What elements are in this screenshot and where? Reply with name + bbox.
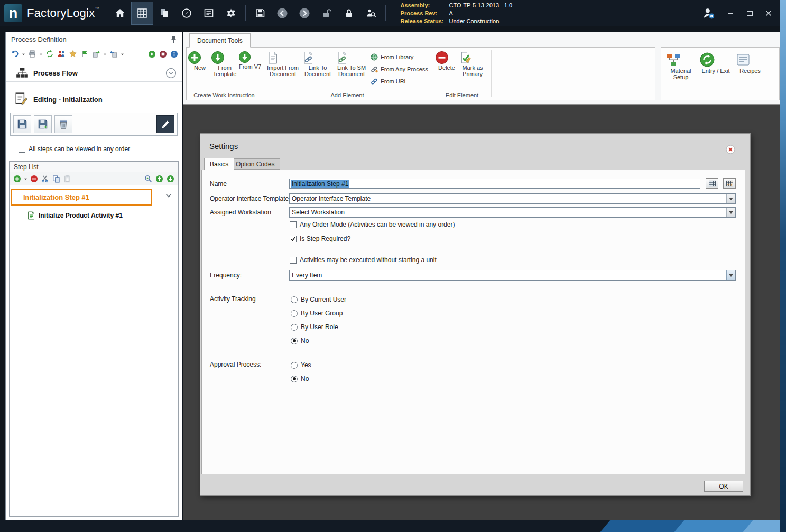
- reports-button[interactable]: [198, 2, 220, 25]
- tracking-by-user-role-radio[interactable]: By User Role: [291, 323, 338, 331]
- recipes-button[interactable]: Recipes: [735, 52, 765, 74]
- documents-icon: [159, 7, 170, 19]
- audit-search-button[interactable]: [360, 2, 382, 25]
- chevron-down-circle-icon: [165, 68, 177, 79]
- back-button[interactable]: [271, 2, 293, 25]
- step-item-initialization[interactable]: Initialization Step #1: [11, 189, 152, 206]
- new-work-instruction-button[interactable]: New: [188, 51, 212, 71]
- from-template-button[interactable]: From Template: [211, 51, 238, 77]
- lock-button[interactable]: [338, 2, 360, 25]
- tab-basics[interactable]: Basics: [204, 158, 234, 170]
- unlock-button[interactable]: [316, 2, 338, 25]
- collapse-all-button[interactable]: [166, 174, 175, 183]
- radio-label: By Current User: [301, 296, 346, 303]
- remove-step-button[interactable]: [30, 174, 39, 183]
- import-button[interactable]: [109, 49, 118, 59]
- assembly-info: Assembly: CTO-TP-5-13-2013 - 1.0 Process…: [401, 2, 513, 25]
- translate-grid-icon: [726, 180, 734, 187]
- add-step-button[interactable]: [13, 174, 22, 183]
- flag-button[interactable]: [80, 49, 89, 59]
- link-to-document-button[interactable]: Link To Document: [301, 51, 334, 77]
- frequency-select[interactable]: Every Item: [289, 270, 736, 281]
- maximize-button[interactable]: [744, 7, 755, 19]
- assigned-workstation-label: Assigned Workstation: [210, 209, 271, 216]
- from-any-process-button[interactable]: From Any Process: [371, 64, 433, 74]
- select-value: Operator Interface Template: [292, 195, 371, 202]
- copy-step-button[interactable]: [52, 174, 61, 183]
- tab-document-tools[interactable]: Document Tools: [189, 33, 251, 48]
- from-v7-button[interactable]: From V7: [238, 51, 262, 70]
- minimize-button[interactable]: [725, 7, 736, 19]
- button-label: From Any Process: [381, 66, 428, 72]
- radio-icon: [291, 376, 298, 382]
- is-step-required-checkbox[interactable]: Is Step Required?: [290, 235, 350, 242]
- tracking-by-user-group-radio[interactable]: By User Group: [291, 310, 343, 317]
- material-setup-button[interactable]: Material Setup: [665, 52, 696, 80]
- start-button[interactable]: [147, 50, 156, 59]
- save-step-button[interactable]: [13, 115, 31, 133]
- activities-without-unit-checkbox[interactable]: Activities may be executed without start…: [290, 256, 437, 264]
- from-url-button[interactable]: From URL: [371, 76, 433, 87]
- save-as-template-button[interactable]: [34, 115, 52, 133]
- paste-step-button[interactable]: [63, 174, 72, 183]
- cut-step-button[interactable]: [41, 174, 50, 183]
- undo-button[interactable]: [10, 49, 20, 59]
- ok-button[interactable]: OK: [704, 481, 743, 492]
- find-step-button[interactable]: [144, 174, 153, 183]
- tracking-no-radio[interactable]: No: [291, 337, 309, 344]
- stop-button[interactable]: [159, 50, 168, 59]
- process-editor-button[interactable]: [131, 2, 153, 25]
- name-input[interactable]: Initialization Step #1: [289, 179, 700, 189]
- from-library-button[interactable]: From Library: [371, 52, 433, 62]
- settings-dialog: Settings Basics Option Codes Name Initia…: [200, 133, 751, 496]
- sync-button[interactable]: [45, 49, 54, 59]
- tracking-by-current-user-radio[interactable]: By Current User: [291, 296, 346, 303]
- export-button[interactable]: [91, 49, 101, 59]
- radio-label: No: [301, 375, 309, 382]
- award-button[interactable]: [68, 49, 78, 59]
- print-button[interactable]: [27, 49, 37, 59]
- pin-button[interactable]: [170, 35, 178, 44]
- step-list-item-selected[interactable]: Initialization Step #1: [10, 189, 178, 207]
- process-flow-section[interactable]: Process Flow: [6, 65, 182, 82]
- import-icon: [109, 50, 118, 58]
- arrow-up-circle-icon: [155, 175, 163, 183]
- close-icon: [765, 10, 772, 16]
- all-steps-any-order-checkbox[interactable]: All steps can be viewed in any order: [19, 145, 130, 153]
- edit-mode-button[interactable]: [156, 115, 174, 133]
- close-window-button[interactable]: [763, 7, 774, 19]
- approval-no-radio[interactable]: No: [291, 375, 309, 382]
- users-button[interactable]: [57, 49, 66, 59]
- link-to-sm-document-button[interactable]: Link To SM Document: [335, 51, 368, 77]
- approval-yes-radio[interactable]: Yes: [291, 361, 311, 369]
- info-button[interactable]: [170, 50, 179, 59]
- name-grid-button[interactable]: [706, 178, 718, 189]
- compass-button[interactable]: [175, 2, 198, 25]
- logout-user-button[interactable]: [699, 7, 717, 19]
- settings-button[interactable]: [220, 2, 242, 25]
- discard-step-button[interactable]: [54, 115, 72, 133]
- documents-button[interactable]: [153, 2, 175, 25]
- expand-all-button[interactable]: [155, 174, 164, 183]
- button-label: New: [194, 64, 206, 71]
- delete-element-button[interactable]: Delete: [435, 51, 458, 71]
- tab-option-codes[interactable]: Option Codes: [230, 158, 280, 170]
- name-translate-button[interactable]: [723, 178, 736, 189]
- activity-list-item[interactable]: Initialize Product Activity #1: [27, 211, 178, 220]
- mark-as-primary-button[interactable]: Mark as Primary: [458, 51, 487, 77]
- entry-exit-button[interactable]: Entry / Exit: [699, 52, 732, 74]
- main-area: Document Tools New From Template From V7…: [183, 32, 780, 520]
- operator-interface-template-select[interactable]: Operator Interface Template: [289, 193, 736, 204]
- unlock-icon: [321, 7, 332, 19]
- collapse-section-button[interactable]: [165, 68, 177, 79]
- ribbon: Document Tools New From Template From V7…: [183, 32, 780, 105]
- home-button[interactable]: [109, 2, 131, 25]
- assigned-workstation-select[interactable]: Select Workstation: [289, 207, 736, 218]
- forward-button[interactable]: [293, 2, 316, 25]
- info-circle-icon: [170, 50, 178, 58]
- any-order-mode-checkbox[interactable]: Any Order Mode (Activities can be viewed…: [290, 221, 455, 228]
- dialog-close-button[interactable]: [726, 145, 735, 154]
- import-from-document-button[interactable]: Import From Document: [266, 51, 300, 77]
- save-button[interactable]: [249, 2, 271, 25]
- step-expand-button[interactable]: [165, 193, 172, 198]
